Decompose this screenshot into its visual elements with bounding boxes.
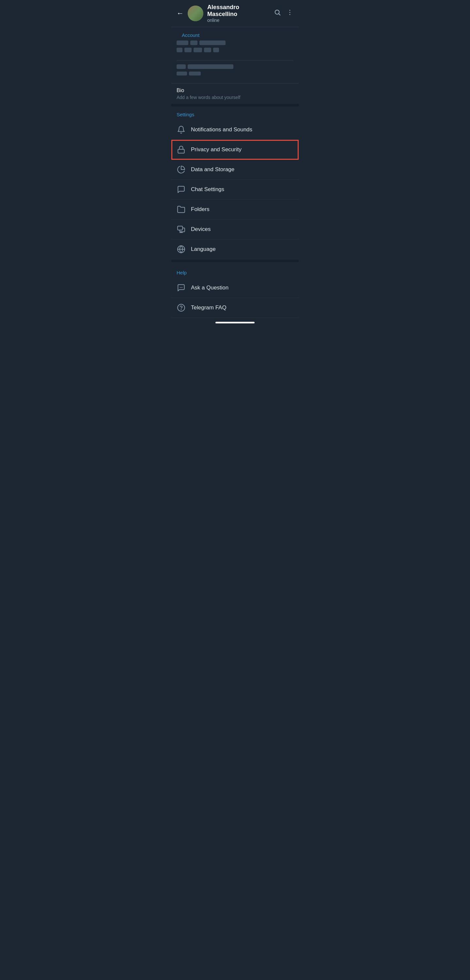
data-label: Data and Storage [191,166,234,173]
profile-status: online [207,18,270,23]
menu-item-privacy[interactable]: Privacy and Security [171,140,299,160]
svg-point-4 [289,14,291,15]
avatar[interactable] [188,6,203,21]
redacted-block [176,40,188,45]
help-section: Help Ask a Question Telegram FAQ [171,265,299,318]
help-section-divider [171,259,299,262]
redacted-block [176,48,183,52]
globe-icon [176,245,186,254]
folders-label: Folders [191,206,210,213]
account-info-row-4 [176,72,294,75]
svg-rect-6 [178,226,183,230]
redacted-block [199,40,225,45]
lock-icon [176,145,186,154]
svg-point-2 [289,10,291,11]
settings-section-label: Settings [171,107,299,120]
header-actions [274,9,294,18]
account-section-label: Account [176,27,294,40]
bio-subtitle: Add a few words about yourself [176,95,294,100]
folder-icon [176,205,186,214]
menu-item-language[interactable]: Language [171,239,299,259]
chat-dots-icon [176,283,186,293]
privacy-label: Privacy and Security [191,146,241,153]
redacted-block [190,40,197,45]
redacted-block [194,48,202,52]
menu-item-devices[interactable]: Devices [171,220,299,239]
redacted-block [184,48,192,52]
chat-icon [176,185,186,194]
profile-name: Alessandro Mascellino [207,4,270,18]
redacted-block [188,64,233,69]
faq-label: Telegram FAQ [191,304,227,311]
redacted-block [176,64,186,69]
settings-section: Settings Notifications and Sounds Privac… [171,107,299,259]
chat-label: Chat Settings [191,186,224,193]
redacted-block [213,48,219,52]
account-info-row-1 [176,40,294,45]
more-icon[interactable] [286,9,294,18]
redacted-block [176,72,187,75]
home-indicator [215,322,255,323]
devices-icon [176,225,186,234]
account-info-row-3 [176,64,294,69]
account-info-row-2 [176,48,294,52]
bio-title: Bio [176,88,294,94]
svg-point-14 [178,304,185,311]
ask-label: Ask a Question [191,285,229,291]
svg-point-13 [182,287,183,288]
back-button[interactable]: ← [176,9,184,18]
header-info: Alessandro Mascellino online [207,4,270,23]
question-circle-icon [176,303,186,312]
account-info-2 [171,60,299,83]
menu-item-folders[interactable]: Folders [171,200,299,220]
svg-line-1 [279,14,280,15]
redacted-block [189,72,201,75]
bottom-bar [171,318,299,326]
section-divider [171,104,299,107]
help-section-label: Help [171,265,299,278]
bell-icon [176,125,186,134]
pie-chart-icon [176,165,186,174]
redacted-block [204,48,211,52]
svg-point-11 [180,287,181,288]
menu-item-data[interactable]: Data and Storage [171,160,299,180]
svg-point-3 [289,12,291,13]
menu-item-ask[interactable]: Ask a Question [171,278,299,298]
search-icon[interactable] [274,9,281,18]
devices-label: Devices [191,226,211,232]
header: ← Alessandro Mascellino online [171,0,299,27]
language-label: Language [191,246,216,253]
notifications-label: Notifications and Sounds [191,126,252,133]
svg-point-12 [181,287,181,288]
account-section: Account [171,27,299,60]
menu-item-faq[interactable]: Telegram FAQ [171,298,299,318]
bio-section[interactable]: Bio Add a few words about yourself [171,83,299,104]
menu-item-chat[interactable]: Chat Settings [171,180,299,200]
menu-item-notifications[interactable]: Notifications and Sounds [171,120,299,140]
svg-rect-5 [178,149,184,153]
